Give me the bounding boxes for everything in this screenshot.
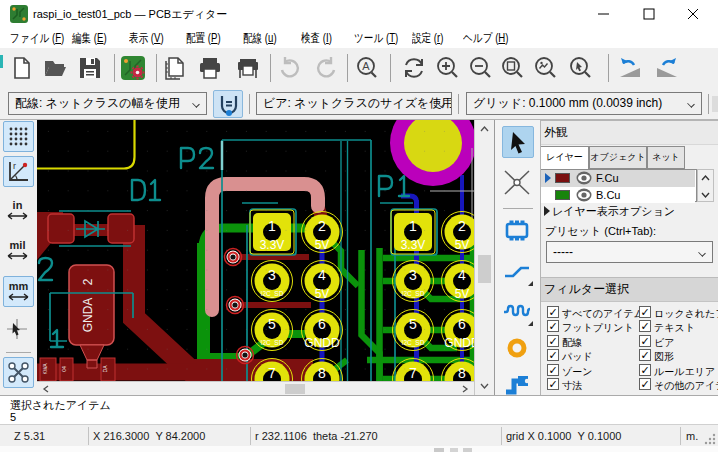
svg-text:r: r (13, 161, 16, 171)
svg-text:mil: mil (10, 239, 26, 251)
svg-text:in: in (13, 199, 23, 211)
svg-text:A: A (362, 60, 370, 72)
svg-text:mm: mm (9, 280, 29, 292)
